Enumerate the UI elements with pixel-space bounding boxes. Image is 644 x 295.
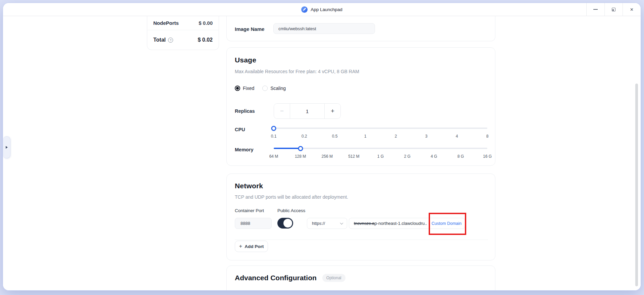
usage-card: Usage Max Available Resources for Free p… (226, 47, 495, 166)
memory-slider: 64 M 128 M 256 M 512 M 1 G 2 G 4 G 8 G 1… (274, 145, 487, 162)
replicas-decrease-button[interactable]: − (274, 104, 290, 118)
total-label: Total (153, 37, 166, 43)
container-port-label: Container Port (235, 208, 264, 213)
memory-tick: 4 G (431, 154, 437, 159)
restore-button[interactable] (604, 3, 623, 16)
container-port-input[interactable]: 8888 (235, 218, 272, 229)
memory-slider-handle[interactable] (298, 146, 303, 151)
memory-slider-track[interactable] (274, 148, 487, 149)
memory-tick: 2 G (404, 154, 410, 159)
memory-tick: 128 M (295, 154, 306, 159)
radio-scaling[interactable]: Scaling (262, 86, 286, 91)
memory-tick: 1 G (377, 154, 384, 159)
domain-input[interactable]: tncvnszc.ap-northeast-1.clawcloudru.. Cu… (349, 218, 465, 229)
nodeports-value: $ 0.00 (199, 20, 213, 26)
memory-tick: 64 M (269, 154, 278, 159)
close-button[interactable]: ✕ (623, 3, 641, 16)
usage-title: Usage (235, 56, 256, 64)
toggle-knob (283, 219, 292, 228)
replicas-stepper: − 1 + (274, 103, 341, 119)
memory-tick: 8 G (458, 154, 464, 159)
usage-subtitle: Max Available Resources for Free plan: 4… (235, 69, 359, 74)
pricing-row-total: Total ? $ 0.02 (147, 30, 219, 50)
plus-icon: + (239, 244, 242, 249)
cpu-slider-ticks: 0.1 0.2 0.5 1 2 3 4 8 (274, 134, 487, 139)
pricing-row-nodeports: NodePorts $ 0.00 (147, 16, 219, 30)
titlebar: App Launchpad ✕ (3, 3, 641, 16)
radio-scaling-label: Scaling (270, 86, 286, 91)
window-controls: ✕ (586, 3, 641, 16)
pricing-card: NodePorts $ 0.00 Total ? $ 0.02 (147, 16, 219, 50)
domain-redacted-part: tncvnszc.a (354, 221, 374, 226)
cpu-tick: 8 (486, 134, 489, 139)
image-name-value: cmliu/webssh:latest (278, 26, 316, 31)
replicas-increase-button[interactable]: + (324, 104, 340, 118)
usage-mode-radio-group: Fixed Scaling (235, 86, 286, 91)
cpu-slider-handle[interactable] (271, 126, 276, 131)
cpu-tick: 0.5 (332, 134, 338, 139)
cpu-tick: 1 (364, 134, 367, 139)
protocol-value: https:// (312, 221, 325, 226)
cpu-slider: 0.1 0.2 0.5 1 2 3 4 8 (274, 125, 487, 142)
main-content: NodePorts $ 0.00 Total ? $ 0.02 Image Na… (3, 16, 641, 290)
replicas-value[interactable]: 1 (290, 104, 324, 118)
image-name-input[interactable]: cmliu/webssh:latest (273, 23, 375, 34)
memory-slider-fill (274, 148, 301, 149)
vertical-scrollbar-thumb[interactable] (635, 84, 638, 286)
network-card: Network TCP and UDP ports will be alloca… (226, 174, 495, 260)
custom-domain-link[interactable]: Custom Domain (428, 221, 462, 226)
optional-badge: Optional (322, 274, 345, 282)
chevron-right-icon (6, 146, 8, 149)
minimize-icon (593, 9, 598, 10)
image-name-label: Image Name (235, 26, 264, 32)
title-group: App Launchpad (301, 6, 342, 13)
total-value: $ 0.02 (198, 37, 213, 43)
window-title: App Launchpad (311, 7, 342, 12)
network-subtitle: TCP and UDP ports will be allocated afte… (235, 194, 348, 200)
network-title: Network (235, 182, 263, 190)
add-port-label: Add Port (245, 244, 264, 249)
cpu-tick: 4 (456, 134, 458, 139)
memory-tick: 512 M (348, 154, 359, 159)
radio-unselected-icon (262, 86, 268, 91)
app-launchpad-rocket-icon (301, 6, 308, 13)
cpu-tick: 0.1 (271, 134, 277, 139)
public-access-toggle[interactable] (277, 218, 293, 229)
cpu-tick: 3 (425, 134, 428, 139)
restore-icon (612, 8, 615, 11)
cpu-tick: 2 (395, 134, 397, 139)
radio-selected-icon (235, 86, 240, 91)
advanced-header: Advanced Configuration Optional (235, 274, 345, 282)
cpu-label: CPU (235, 127, 245, 132)
cpu-slider-track[interactable] (274, 128, 487, 129)
domain-visible-part: p-northeast-1.clawcloudru.. (374, 221, 427, 226)
add-port-button[interactable]: + Add Port (235, 241, 268, 252)
chevron-down-icon (340, 221, 343, 225)
public-access-label: Public Access (277, 208, 305, 213)
cpu-tick: 0.2 (302, 134, 307, 139)
radio-fixed-label: Fixed (243, 86, 254, 91)
nodeports-label: NodePorts (153, 20, 179, 26)
replicas-label: Replicas (235, 108, 255, 114)
radio-fixed[interactable]: Fixed (235, 86, 254, 91)
memory-slider-ticks: 64 M 128 M 256 M 512 M 1 G 2 G 4 G 8 G 1… (274, 154, 487, 159)
advanced-title: Advanced Configuration (235, 274, 317, 282)
memory-label: Memory (235, 147, 254, 152)
memory-tick: 256 M (322, 154, 333, 159)
image-card: Image Name cmliu/webssh:latest (226, 16, 495, 41)
network-divider (235, 240, 488, 240)
close-icon: ✕ (630, 7, 634, 12)
advanced-configuration-card: Advanced Configuration Optional (226, 265, 495, 290)
app-window: App Launchpad ✕ NodePorts $ 0.00 (3, 3, 641, 291)
sidebar-expander-tab[interactable] (3, 136, 10, 158)
domain-value: tncvnszc.ap-northeast-1.clawcloudru.. (354, 221, 427, 226)
total-help-icon[interactable]: ? (168, 38, 173, 43)
memory-tick: 16 G (483, 154, 492, 159)
protocol-select[interactable]: https:// (307, 218, 347, 229)
container-port-value: 8888 (240, 221, 250, 226)
minimize-button[interactable] (586, 3, 604, 16)
